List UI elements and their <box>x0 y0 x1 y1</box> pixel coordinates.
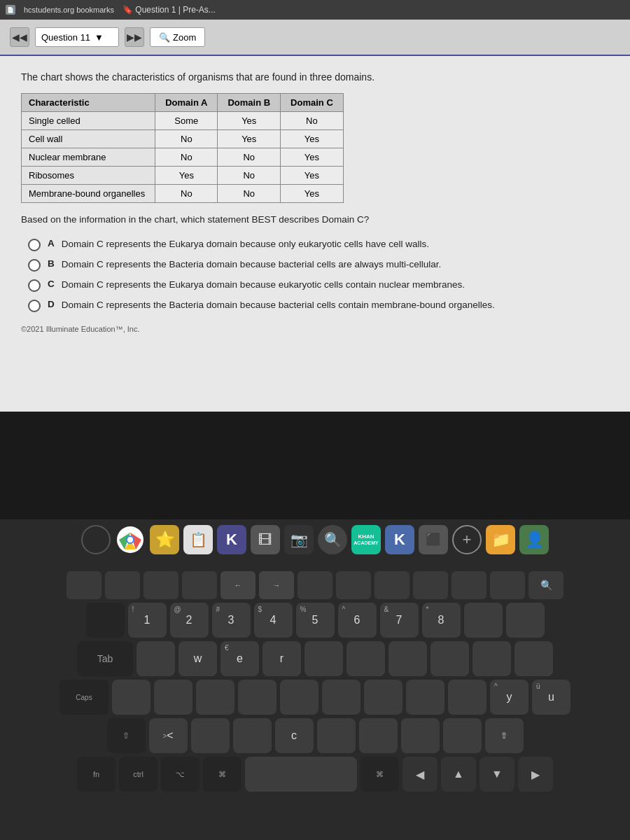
next-button[interactable]: ▶▶ <box>125 27 144 47</box>
fn-escape[interactable] <box>66 571 102 599</box>
circle-button[interactable] <box>81 525 111 554</box>
key-space[interactable] <box>245 757 357 792</box>
forward-arrow-key[interactable]: → <box>259 571 294 599</box>
fn-f9[interactable] <box>413 571 448 599</box>
key-t[interactable] <box>304 641 343 676</box>
question-intro: The chart shows the characteristics of o… <box>21 70 609 85</box>
key-e[interactable]: €e <box>220 641 259 676</box>
key-arrow-up[interactable]: ▲ <box>441 757 476 792</box>
answer-choice-a[interactable]: ADomain C represents the Eukarya domain … <box>28 238 609 251</box>
key-cmd-right[interactable]: ⌘ <box>360 757 399 792</box>
fn-f6[interactable] <box>298 571 332 599</box>
key-v[interactable] <box>317 718 356 753</box>
key-fn[interactable]: fn <box>77 757 115 792</box>
back-arrow-key[interactable]: ← <box>220 571 255 599</box>
fn-f3[interactable] <box>182 571 217 599</box>
key-lt[interactable]: >< <box>149 718 188 753</box>
fn-f8[interactable] <box>374 571 410 599</box>
key-cmd-left[interactable]: ⌘ <box>203 757 241 792</box>
key-9[interactable] <box>464 603 503 638</box>
radio-a[interactable] <box>28 239 41 251</box>
key-ctrl[interactable]: ctrl <box>119 757 158 792</box>
tab-active[interactable]: 🔖 Question 1 | Pre-As... <box>122 5 216 15</box>
add-icon[interactable]: + <box>452 525 482 554</box>
fn-f2[interactable] <box>144 571 178 599</box>
key-capslock[interactable]: Caps <box>59 680 108 715</box>
folder-icon[interactable]: 📁 <box>486 525 515 554</box>
table-cell-characteristic: Membrane-bound organelles <box>22 185 155 203</box>
fn-f7[interactable] <box>336 571 371 599</box>
answer-choice-d[interactable]: DDomain C represents the Bacteria domain… <box>28 299 609 312</box>
key-4[interactable]: $4 <box>254 603 293 638</box>
key-f[interactable] <box>238 680 276 715</box>
radio-d[interactable] <box>28 300 41 312</box>
key-shift-right[interactable]: ⇧ <box>485 718 524 753</box>
characteristics-table: Characteristic Domain A Domain B Domain … <box>21 93 344 203</box>
question-selector[interactable]: Question 11 ▼ <box>35 27 119 47</box>
key-shift-left[interactable]: ⇧ <box>107 718 146 753</box>
key-5[interactable]: %5 <box>296 603 335 638</box>
chrome-icon[interactable] <box>115 524 146 555</box>
camera-icon[interactable]: 📷 <box>284 525 314 554</box>
key-8[interactable]: *8 <box>422 603 461 638</box>
radio-c[interactable] <box>28 279 41 292</box>
clipboard-icon[interactable]: 📋 <box>183 525 213 554</box>
answer-choice-b[interactable]: BDomain C represents the Bacteria domain… <box>28 258 609 272</box>
key-7[interactable]: &7 <box>380 603 419 638</box>
zoom-button[interactable]: 🔍 Zoom <box>150 27 205 47</box>
fn-f10[interactable] <box>451 571 486 599</box>
key-i[interactable] <box>430 641 469 676</box>
key-h[interactable] <box>322 680 360 715</box>
key-6[interactable]: ^6 <box>338 603 377 638</box>
table-cell-value: Yes <box>155 167 218 185</box>
key-1[interactable]: !1 <box>128 603 167 638</box>
answer-choice-c[interactable]: CDomain C represents the Eukarya domain … <box>28 279 609 292</box>
key-2[interactable]: @2 <box>170 603 209 638</box>
radio-b[interactable] <box>28 259 41 272</box>
key-c[interactable]: c <box>275 718 314 753</box>
key-m[interactable] <box>443 718 482 753</box>
key-0[interactable] <box>506 603 545 638</box>
key-w[interactable]: w <box>178 641 217 676</box>
key-j[interactable] <box>364 680 402 715</box>
video-icon[interactable]: 🎞 <box>251 525 280 554</box>
search-icon[interactable]: 🔍 <box>318 525 347 554</box>
tab-icon: 🔖 <box>122 5 133 15</box>
key-arrow-left[interactable]: ◀ <box>402 757 438 792</box>
key-3[interactable]: #3 <box>212 603 251 638</box>
person-icon[interactable]: 👤 <box>519 525 549 554</box>
fn-f1[interactable] <box>105 571 140 599</box>
key-p[interactable] <box>514 641 553 676</box>
k-app-icon[interactable]: K <box>217 525 246 554</box>
bookmark-icon[interactable]: ⭐ <box>150 525 179 554</box>
key-u2[interactable]: üu <box>532 680 570 715</box>
k2-app-icon[interactable]: K <box>385 525 414 554</box>
key-q[interactable] <box>136 641 175 676</box>
key-y[interactable] <box>346 641 385 676</box>
key-k[interactable] <box>406 680 444 715</box>
khan-academy-icon[interactable]: KHAN ACADEMY <box>351 525 381 554</box>
key-tab[interactable]: Tab <box>77 641 133 676</box>
key-l[interactable] <box>448 680 486 715</box>
key-r[interactable]: r <box>262 641 301 676</box>
key-b[interactable] <box>359 718 398 753</box>
key-s[interactable] <box>154 680 192 715</box>
key-g[interactable] <box>280 680 318 715</box>
key-alt-left[interactable]: ⌥ <box>161 757 200 792</box>
key-a[interactable] <box>112 680 150 715</box>
key-u[interactable] <box>388 641 427 676</box>
screenshot-icon[interactable]: ⬛ <box>419 525 448 554</box>
key-arrow-right[interactable]: ▶ <box>518 757 553 792</box>
key-z[interactable] <box>191 718 230 753</box>
key-d[interactable] <box>196 680 234 715</box>
key-x[interactable] <box>233 718 272 753</box>
key-n[interactable] <box>401 718 440 753</box>
fn-search[interactable]: 🔍 <box>528 571 564 599</box>
fn-f11[interactable] <box>490 571 525 599</box>
key-o[interactable] <box>472 641 511 676</box>
table-cell-value: No <box>155 185 218 203</box>
key-backtick[interactable] <box>86 603 125 638</box>
key-y2[interactable]: ^y <box>490 680 528 715</box>
key-arrow-down[interactable]: ▼ <box>479 757 514 792</box>
prev-button[interactable]: ◀◀ <box>10 27 29 47</box>
